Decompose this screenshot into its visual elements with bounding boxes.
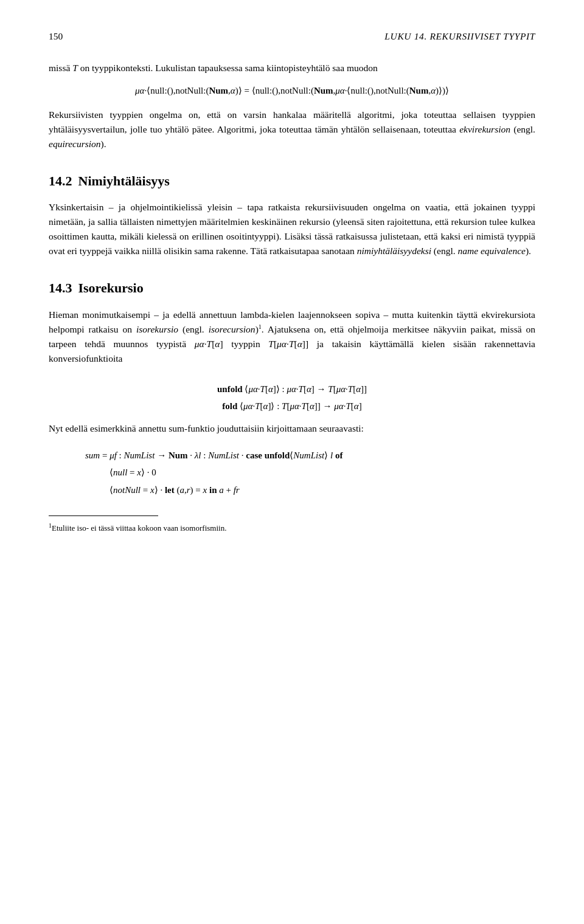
section-number-2: 14.2	[49, 173, 72, 188]
intro-para: missä T on tyyppikonteksti. Lukulistan t…	[49, 61, 535, 75]
fold-line: fold ⟨μα·T[α]⟩ : T[μα·T[α]] → μα·T[α]	[49, 398, 535, 415]
sum-block: sum = μf : NumList → Num · λl : NumList …	[85, 447, 535, 499]
unfold-fold-block: unfold ⟨μα·T[α]⟩ : μα·T[α] → T[μα·T[α]] …	[49, 381, 535, 415]
sum-line-3: ⟨notNull = x⟩ · let (a,r) = x in a + fr	[109, 481, 535, 499]
footnote-divider	[49, 515, 158, 516]
page-number: 150	[49, 29, 63, 44]
section-title-3: Isorekursio	[78, 280, 144, 295]
T-var: T	[72, 63, 78, 73]
para-4: Nyt edellä esimerkkinä annettu sum-funkt…	[49, 421, 535, 436]
chapter-title: LUKU 14. REKURSIIVISET TYYPIT	[384, 29, 535, 44]
formula-block-1: μα·⟨null:(),notNull:(Num,α)⟩ = ⟨null:(),…	[49, 84, 535, 98]
para-2: Yksinkertaisin – ja ohjelmointikielissä …	[49, 200, 535, 258]
sum-line-1: sum = μf : NumList → Num · λl : NumList …	[85, 447, 535, 464]
section-heading-2: 14.2Nimiyhtäläisyys	[49, 171, 535, 191]
para-1: Rekursiivisten tyyppien ongelma on, että…	[49, 108, 535, 151]
para-3: Hieman monimutkaisempi – ja edellä annet…	[49, 308, 535, 366]
section-number-3: 14.3	[49, 280, 72, 295]
unfold-line: unfold ⟨μα·T[α]⟩ : μα·T[α] → T[μα·T[α]]	[49, 381, 535, 398]
section-title-2: Nimiyhtäläisyys	[78, 173, 170, 188]
page-header: 150 LUKU 14. REKURSIIVISET TYYPIT	[49, 29, 535, 44]
sum-line-2: ⟨null = x⟩ · 0	[109, 464, 535, 481]
formula-1: μα·⟨null:(),notNull:(Num,α)⟩ = ⟨null:(),…	[135, 86, 449, 95]
footnote-text: Etuliite iso- ei tässä viittaa kokoon va…	[52, 524, 226, 533]
footnote-ref-1: 1	[259, 323, 262, 330]
section-heading-3: 14.3Isorekursio	[49, 278, 535, 298]
footnote-1: 1Etuliite iso- ei tässä viittaa kokoon v…	[49, 521, 535, 534]
